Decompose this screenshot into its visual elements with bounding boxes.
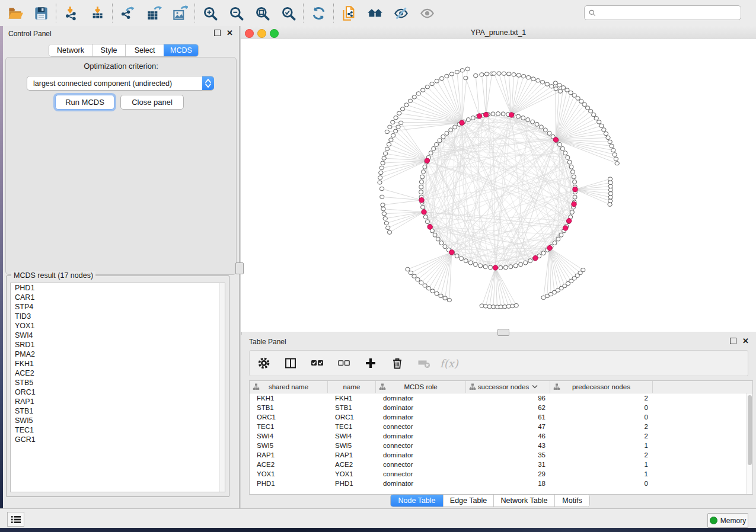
- table-row[interactable]: YOX1YOX1connector291: [250, 469, 752, 479]
- optimization-criterion-dropdown[interactable]: largest connected component (undirected): [27, 76, 214, 91]
- float-table-panel-icon[interactable]: [730, 338, 736, 344]
- mcds-result-item[interactable]: GCR1: [11, 435, 225, 444]
- table-row[interactable]: STB1STB1dominator620: [250, 403, 752, 412]
- select-all-button[interactable]: [309, 355, 326, 371]
- mcds-result-item[interactable]: FKH1: [11, 359, 225, 368]
- table-panel-tabs: Node TableEdge TableNetwork TableMotifs: [390, 494, 590, 507]
- cell-shared-name: ACE2: [250, 460, 328, 469]
- vertical-splitter-grip[interactable]: [235, 262, 244, 274]
- save-session-button[interactable]: [32, 4, 50, 22]
- delete-column-button[interactable]: [389, 355, 406, 371]
- table-options-button[interactable]: [256, 355, 272, 371]
- zoom-fit-button[interactable]: [253, 4, 271, 22]
- deselect-all-button[interactable]: [336, 355, 352, 371]
- add-column-button[interactable]: [362, 355, 379, 371]
- mcds-result-item[interactable]: TID3: [11, 312, 225, 321]
- mcds-result-item[interactable]: STB5: [11, 378, 225, 387]
- tab-style[interactable]: Style: [92, 44, 125, 56]
- mcds-result-item[interactable]: PMA2: [11, 350, 225, 359]
- control-panel: Control Panel ✕ NetworkStyleSelectMCDS O…: [3, 26, 239, 508]
- import-table-button[interactable]: [88, 4, 106, 22]
- function-builder-button[interactable]: f(x): [440, 357, 458, 370]
- mcds-result-item[interactable]: STB1: [11, 406, 225, 416]
- mcds-result-item[interactable]: RAP1: [11, 397, 225, 406]
- control-panel-titlebar: Control Panel ✕: [3, 26, 239, 41]
- mcds-result-item[interactable]: TEC1: [11, 425, 225, 435]
- open-file-button[interactable]: [6, 4, 24, 22]
- split-pane-button[interactable]: [282, 355, 299, 371]
- table-row[interactable]: PHD1PHD1dominator180: [250, 479, 752, 488]
- close-panel-button[interactable]: Close panel: [120, 95, 184, 110]
- export-table-button[interactable]: [145, 4, 162, 22]
- cell-name: FKH1: [328, 393, 376, 403]
- mcds-result-item[interactable]: ORC1: [11, 387, 225, 397]
- network-view-title: YPA_prune.txt_1: [241, 28, 756, 37]
- search-field[interactable]: [584, 5, 741, 20]
- result-list-scrollbar[interactable]: [219, 283, 225, 492]
- column-header-predecessor-nodes[interactable]: predecessor nodes: [550, 381, 653, 393]
- table-row[interactable]: SWI4SWI4dominator462: [250, 431, 752, 441]
- zoom-in-button[interactable]: [201, 4, 219, 22]
- clear-table-button[interactable]: [416, 355, 432, 371]
- optimization-criterion-label: Optimization criterion:: [3, 62, 239, 70]
- export-network-button[interactable]: [119, 4, 136, 22]
- home-button[interactable]: [366, 4, 384, 22]
- import-network-button[interactable]: [62, 4, 80, 22]
- tab-network[interactable]: Network: [49, 44, 92, 56]
- network-view-window: YPA_prune.txt_1: [241, 26, 756, 332]
- memory-button[interactable]: Memory: [707, 513, 748, 528]
- zoom-out-button[interactable]: [227, 4, 245, 22]
- table-tab-network-table[interactable]: Network Table: [493, 495, 554, 507]
- table-row[interactable]: FKH1FKH1dominator962: [250, 393, 752, 403]
- mcds-result-item[interactable]: PHD1: [11, 283, 225, 293]
- show-eye-button[interactable]: [418, 4, 436, 22]
- cell-successor-nodes: 31: [466, 460, 550, 469]
- table-toolbar: f(x): [249, 350, 748, 376]
- memory-status-icon: [710, 517, 717, 524]
- table-scrollbar[interactable]: [746, 393, 752, 494]
- column-header-successor-nodes[interactable]: successor nodes: [466, 381, 550, 393]
- table-row[interactable]: TEC1TEC1connector472: [250, 422, 752, 431]
- search-input[interactable]: [599, 7, 741, 19]
- refresh-layout-button[interactable]: [310, 4, 327, 22]
- table-tab-edge-table[interactable]: Edge Table: [443, 495, 493, 507]
- cell-name: YOX1: [328, 469, 376, 479]
- mcds-result-item[interactable]: YOX1: [11, 321, 225, 331]
- table-tab-node-table[interactable]: Node Table: [391, 495, 443, 507]
- table-row[interactable]: ACE2ACE2connector311: [250, 460, 752, 469]
- run-mcds-button[interactable]: Run MCDS: [55, 95, 114, 110]
- export-image-button[interactable]: [171, 4, 189, 22]
- mcds-result-item[interactable]: SWI5: [11, 416, 225, 425]
- zoom-selected-button[interactable]: [279, 4, 297, 22]
- cell-MCDS-role: dominator: [376, 403, 466, 412]
- table-row[interactable]: RAP1RAP1dominator352: [250, 450, 752, 460]
- mcds-result-item[interactable]: SWI4: [11, 331, 225, 340]
- column-header-name[interactable]: name: [328, 381, 376, 393]
- tab-select[interactable]: Select: [125, 44, 164, 56]
- mcds-result-item[interactable]: SRD1: [11, 340, 225, 350]
- add-column-icon: [363, 356, 378, 370]
- column-header-MCDS-role[interactable]: MCDS role: [376, 381, 466, 393]
- column-label: successor nodes: [478, 383, 529, 390]
- show-panels-button[interactable]: [7, 512, 24, 527]
- clone-network-button[interactable]: [340, 4, 358, 22]
- table-tab-motifs[interactable]: Motifs: [554, 495, 589, 507]
- cell-predecessor-nodes: 0: [550, 479, 653, 488]
- close-panel-icon[interactable]: ✕: [227, 30, 233, 36]
- mcds-result-item[interactable]: ACE2: [11, 368, 225, 378]
- mcds-result-item[interactable]: CAR1: [11, 293, 225, 302]
- table-scrollbar-thumb[interactable]: [748, 395, 752, 465]
- select-all-icon: [310, 356, 324, 370]
- network-canvas[interactable]: [241, 39, 756, 332]
- mcds-result-item[interactable]: STP4: [11, 302, 225, 312]
- tab-mcds[interactable]: MCDS: [164, 44, 198, 56]
- table-row[interactable]: SWI5SWI5connector431: [250, 441, 752, 450]
- horizontal-splitter-grip[interactable]: [497, 329, 509, 336]
- close-table-panel-icon[interactable]: ✕: [742, 338, 749, 344]
- column-header-shared-name[interactable]: shared name: [250, 381, 328, 393]
- hide-network-button[interactable]: [392, 4, 410, 22]
- mcds-result-list[interactable]: PHD1CAR1STP4TID3YOX1SWI4SRD1PMA2FKH1ACE2…: [10, 283, 225, 492]
- float-panel-icon[interactable]: [214, 30, 221, 36]
- network-view-titlebar[interactable]: YPA_prune.txt_1: [241, 26, 756, 40]
- table-row[interactable]: ORC1ORC1dominator610: [250, 412, 752, 422]
